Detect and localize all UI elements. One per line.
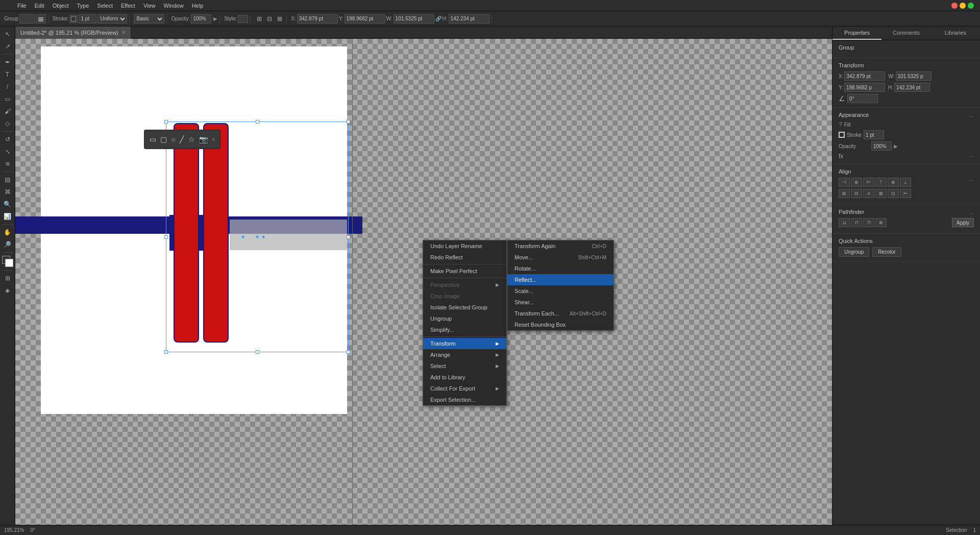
align-bottom-edges[interactable]: ⊥ <box>900 178 911 187</box>
distribute-h[interactable]: ⊞ <box>839 189 850 198</box>
group-icon-btn[interactable] <box>36 14 46 23</box>
distribute-h3[interactable]: ⊡ <box>888 189 899 198</box>
sub-rotate[interactable]: Rotate... <box>507 263 614 274</box>
align-left-edges[interactable]: ⊣ <box>839 178 850 187</box>
window-minimize[interactable] <box>960 3 966 9</box>
align-top-edges[interactable]: ⊤ <box>875 178 887 187</box>
pf-exclude[interactable]: ⊕ <box>875 218 887 227</box>
ctx-simplify[interactable]: Simplify... <box>423 324 506 335</box>
sub-transform-again[interactable]: Transform Again Ctrl+D <box>507 240 614 252</box>
menu-effect[interactable]: Effect <box>117 2 139 10</box>
lock-proportions-icon[interactable]: 🔗 <box>435 16 442 21</box>
ctx-isolate[interactable]: Isolate Selected Group <box>423 302 506 313</box>
ctx-export-selection[interactable]: Export Selection... <box>423 394 506 405</box>
ctx-arrange[interactable]: Arrange ▶ <box>423 349 506 360</box>
menu-help[interactable]: Help <box>188 2 208 10</box>
pf-apply-btn[interactable]: Apply <box>952 218 974 227</box>
gradient-tool[interactable]: ▤ <box>2 174 13 185</box>
text-tool[interactable]: T <box>2 69 13 80</box>
ctx-ungroup[interactable]: Ungroup <box>423 313 506 324</box>
profile-select[interactable]: Basic <box>134 14 164 23</box>
graph-tool[interactable]: 📊 <box>2 211 13 222</box>
ungroup-btn[interactable]: Ungroup <box>839 247 869 257</box>
eyedropper-tool[interactable]: 🔍 <box>2 199 13 210</box>
color-swatches[interactable] <box>2 256 13 267</box>
w-input[interactable] <box>394 14 434 23</box>
panel-w-input[interactable] <box>896 71 932 81</box>
paint-tool[interactable]: 🖌 <box>2 106 13 117</box>
sub-reflect[interactable]: Reflect... <box>507 274 614 285</box>
direct-select-tool[interactable]: ↗ <box>2 41 13 52</box>
sub-scale[interactable]: Scale... <box>507 285 614 297</box>
angle-input[interactable] <box>847 94 878 103</box>
stroke-type-select[interactable]: Uniform <box>97 14 127 23</box>
stroke-width[interactable] <box>79 14 96 23</box>
document-tab[interactable]: Untitled-2* @ 195.21 % (RGB/Preview) ✕ <box>15 27 131 39</box>
stroke-width-panel[interactable] <box>864 130 884 139</box>
window-maximize[interactable] <box>968 3 974 9</box>
scale-tool[interactable]: ⤡ <box>2 146 13 157</box>
shape-rect[interactable]: ▭ <box>150 135 156 143</box>
line-tool[interactable]: / <box>2 81 13 92</box>
sub-shear[interactable]: Shear... <box>507 297 614 308</box>
menu-edit[interactable]: Edit <box>31 2 48 10</box>
warp-tool[interactable]: ≋ <box>2 158 13 169</box>
shape-camera[interactable]: 📷 <box>199 135 208 143</box>
sub-transform-each[interactable]: Transform Each... Alt+Shift+Ctrl+D <box>507 308 614 319</box>
align-h-center[interactable]: ⊕ <box>851 178 862 187</box>
style-preview[interactable] <box>238 15 248 23</box>
align-left-btn[interactable]: ⊞ <box>255 14 264 23</box>
opacity-more-btn[interactable]: ▶ <box>894 143 898 149</box>
sub-reset-bounding[interactable]: Reset Bounding Box <box>507 319 614 330</box>
ctx-undo[interactable]: Undo Layer Rename <box>423 240 506 252</box>
ctx-collect-export[interactable]: Collect For Export ▶ <box>423 383 506 394</box>
x-input[interactable] <box>297 14 338 23</box>
blend-tool[interactable]: ⌘ <box>2 186 13 198</box>
h-input[interactable] <box>449 14 489 23</box>
ctx-add-library[interactable]: Add to Library <box>423 372 506 383</box>
selection-tool[interactable]: ↖ <box>2 29 13 40</box>
menu-file[interactable]: File <box>13 2 31 10</box>
appearance-more-2[interactable]: ··· <box>970 154 974 159</box>
shape-line[interactable]: ╱ <box>180 135 184 143</box>
align-more-btn[interactable]: ··· <box>970 178 974 187</box>
artboard-tool[interactable]: ⊞ <box>2 273 13 284</box>
ctx-crop[interactable]: Crop Image <box>423 290 506 302</box>
shape-ellipse[interactable]: ○ <box>172 135 176 143</box>
window-close[interactable] <box>951 3 958 9</box>
align-center-h-btn[interactable]: ⊟ <box>265 14 274 23</box>
stroke-color-btn[interactable] <box>69 15 78 23</box>
align-right-btn[interactable]: ⊠ <box>275 14 284 23</box>
sel-handle-br[interactable] <box>347 350 350 354</box>
shapes-toolbar-close[interactable]: × <box>212 137 215 142</box>
menu-type[interactable]: Type <box>73 2 93 10</box>
pathfinder-more[interactable]: ··· <box>970 211 974 216</box>
zoom-level[interactable]: 195.21% <box>4 527 24 533</box>
appearance-more-btn[interactable]: ··· <box>970 114 974 119</box>
group-input[interactable] <box>19 14 35 23</box>
sel-handle-mr[interactable] <box>347 235 350 239</box>
ctx-redo[interactable]: Redo Reflect <box>423 252 506 263</box>
erase-tool[interactable]: ◇ <box>2 118 13 129</box>
recolor-btn[interactable]: Recolor <box>872 247 901 257</box>
shape-round-rect[interactable]: ▢ <box>160 135 167 143</box>
pen-tool[interactable]: ✒ <box>2 57 13 68</box>
distribute-v3[interactable]: ⊢ <box>900 189 911 198</box>
rect-tool[interactable]: ▭ <box>2 93 13 105</box>
panel-h-input[interactable] <box>894 83 930 92</box>
y-input[interactable] <box>345 14 385 23</box>
ctx-transform[interactable]: Transform ▶ <box>423 338 506 349</box>
opacity-input[interactable] <box>191 14 211 23</box>
tab-close-btn[interactable]: ✕ <box>121 30 126 35</box>
distribute-v2[interactable]: ⊠ <box>875 189 887 198</box>
distribute-v[interactable]: ⊟ <box>851 189 862 198</box>
panel-y-input[interactable] <box>844 83 885 92</box>
ctx-select[interactable]: Select ▶ <box>423 360 506 372</box>
tab-properties[interactable]: Properties <box>832 27 881 40</box>
pf-unite[interactable]: ⊔ <box>839 218 850 227</box>
align-v-center[interactable]: ⊗ <box>888 178 899 187</box>
sel-handle-tr[interactable] <box>347 120 350 124</box>
panel-x-input[interactable] <box>844 71 885 81</box>
menu-object[interactable]: Object <box>48 2 73 10</box>
shape-star[interactable]: ☆ <box>188 135 195 143</box>
